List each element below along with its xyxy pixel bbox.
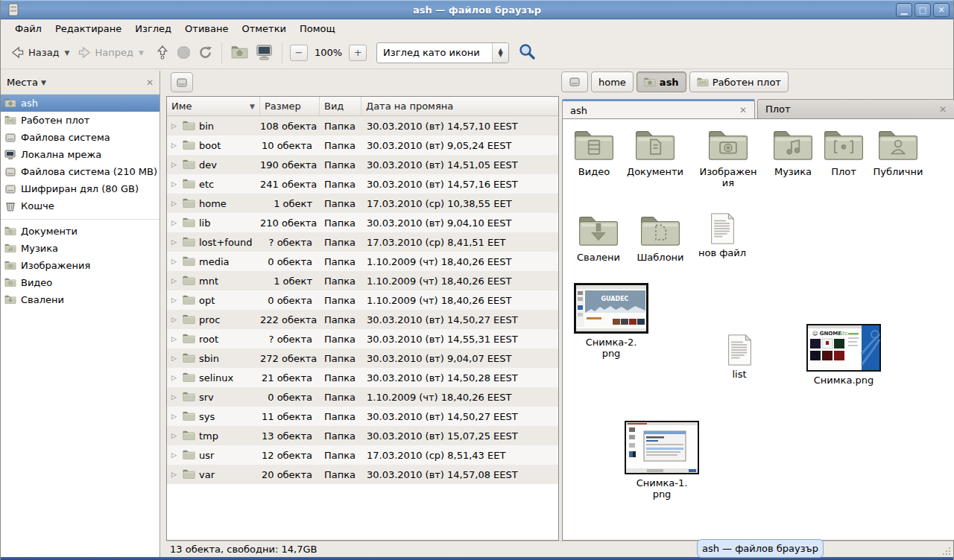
tab-плот[interactable]: Плот✕ xyxy=(757,99,954,119)
path-button-root[interactable] xyxy=(561,71,588,92)
sidebar-item--[interactable]: Музика xyxy=(1,240,159,257)
file-item-документи[interactable]: Документи xyxy=(621,129,689,177)
menu-view[interactable]: Изглед xyxy=(128,22,178,36)
sidebar-item--[interactable]: Работен плот xyxy=(1,112,159,129)
file-item-шаблони[interactable]: Шаблони xyxy=(626,214,695,263)
zoom-in-button[interactable]: + xyxy=(349,45,367,61)
sidebar-title[interactable]: Места xyxy=(7,77,38,88)
file-item-видео[interactable]: Видео xyxy=(562,129,628,177)
menu-help[interactable]: Помощ xyxy=(293,22,342,36)
menu-go[interactable]: Отиване xyxy=(178,22,235,36)
tree-row-usr[interactable]: ▷usr12 обектаПапка17.03.2010 (ср) 8,51,4… xyxy=(167,445,558,465)
expander-icon[interactable]: ▷ xyxy=(171,335,179,343)
forward-button[interactable]: Напред ▼ xyxy=(74,43,148,62)
computer-button[interactable] xyxy=(252,42,277,63)
titlebar[interactable]: ash — файлов браузър ▁ □ ✕ xyxy=(1,0,953,19)
expander-icon[interactable]: ▷ xyxy=(171,277,179,284)
expander-icon[interactable]: ▷ xyxy=(171,393,179,401)
tab-ash[interactable]: ash✕ xyxy=(562,99,755,119)
tree-row-root[interactable]: ▷root? обектаПапка30.03.2010 (вт) 14,55,… xyxy=(167,329,558,349)
close-button[interactable]: ✕ xyxy=(933,3,950,17)
up-button[interactable] xyxy=(152,42,173,63)
expander-icon[interactable]: ▷ xyxy=(171,374,179,381)
tab-close-icon[interactable]: ✕ xyxy=(939,104,947,115)
minimize-button[interactable]: ▁ xyxy=(896,3,912,17)
tree-row-mnt[interactable]: ▷mnt1 обектПапка1.10.2009 (чт) 18,40,26 … xyxy=(167,271,558,290)
path-button-работен-плот[interactable]: Работен плот xyxy=(689,71,789,92)
file-item-снимка-1.png[interactable]: Снимка-1.png xyxy=(621,421,703,500)
expander-icon[interactable]: ▷ xyxy=(171,354,179,362)
sidebar-item--210-mb-[interactable]: Файлова система (210 MB) xyxy=(1,163,159,180)
tab-close-icon[interactable]: ✕ xyxy=(739,105,747,115)
sidebar-item--[interactable]: Свалени xyxy=(1,291,159,308)
pane-splitter[interactable] xyxy=(160,71,166,541)
file-item-снимка-2.png[interactable]: GUADECСнимка-2.png xyxy=(570,283,652,359)
sidebar-item-ash[interactable]: ash xyxy=(1,95,159,112)
column-header-size[interactable]: Размер xyxy=(260,97,320,115)
tree-row-etc[interactable]: ▷etc241 обектаПапка30.03.2010 (вт) 14,57… xyxy=(167,174,558,194)
resize-grip[interactable] xyxy=(942,547,951,556)
view-mode-select[interactable]: Изглед като икони ▲▼ xyxy=(376,42,509,63)
file-item-свалени[interactable]: Свалени xyxy=(564,214,633,263)
tree-row-tmp[interactable]: ▷tmp13 обектаПапка30.03.2010 (вт) 15,07,… xyxy=(167,426,558,445)
tree-row-home[interactable]: ▷home1 обектПапка17.03.2010 (ср) 10,38,5… xyxy=(167,194,558,213)
column-header-kind[interactable]: Вид xyxy=(320,97,361,115)
file-item-публични[interactable]: Публични xyxy=(864,129,932,177)
tree-row-opt[interactable]: ▷opt0 обектаПапка1.10.2009 (чт) 18,40,26… xyxy=(167,290,558,310)
filesystem-root-button[interactable] xyxy=(171,72,193,92)
icon-view[interactable]: ВидеоДокументиИзображенияМузикаПлотПубли… xyxy=(562,118,954,541)
tree-row-media[interactable]: ▷media0 обектаПапка1.10.2009 (чт) 18,40,… xyxy=(167,252,558,271)
column-header-name[interactable]: Име▼ xyxy=(167,97,260,115)
sidebar-item--[interactable]: Изображения xyxy=(1,257,159,274)
column-header-date[interactable]: Дата на промяна xyxy=(361,97,558,115)
sidebar-item--[interactable]: Локална мрежа xyxy=(1,146,159,163)
tree-row-lost+found[interactable]: ▷lost+found? обектаПапка17.03.2010 (ср) … xyxy=(167,232,558,252)
stop-button[interactable] xyxy=(173,42,195,63)
tree-row-selinux[interactable]: ▷selinux21 обектаПапка30.03.2010 (вт) 14… xyxy=(167,368,558,387)
sidebar-close-icon[interactable]: ✕ xyxy=(146,77,154,88)
tree-row-dev[interactable]: ▷dev190 обектаПапка30.03.2010 (вт) 14,51… xyxy=(167,155,558,174)
expander-icon[interactable]: ▷ xyxy=(171,219,179,226)
expander-icon[interactable]: ▷ xyxy=(171,200,179,207)
tree-row-boot[interactable]: ▷boot10 обектаПапка30.03.2010 (вт) 9,05,… xyxy=(167,136,558,155)
file-item-снимка.png[interactable]: ☺ GNOMEStoreСнимка.png xyxy=(803,324,885,386)
expander-icon[interactable]: ▷ xyxy=(171,471,179,478)
expander-icon[interactable]: ▷ xyxy=(171,238,179,246)
expander-icon[interactable]: ▷ xyxy=(171,432,179,439)
zoom-out-button[interactable]: − xyxy=(290,45,308,61)
sidebar-item--[interactable]: Кошче xyxy=(1,197,159,214)
expander-icon[interactable]: ▷ xyxy=(171,258,179,265)
expander-icon[interactable]: ▷ xyxy=(171,451,179,459)
menu-edit[interactable]: Редактиране xyxy=(48,22,128,36)
tree-row-sbin[interactable]: ▷sbin272 обектаПапка30.03.2010 (вт) 9,04… xyxy=(167,349,558,368)
sidebar-mode-dropdown-icon[interactable]: ▼ xyxy=(41,79,46,86)
expander-icon[interactable]: ▷ xyxy=(171,316,179,323)
tree-row-bin[interactable]: ▷bin108 обектаПапка30.03.2010 (вт) 14,57… xyxy=(167,116,558,136)
file-item-изображения[interactable]: Изображения xyxy=(694,129,762,188)
reload-button[interactable] xyxy=(195,42,216,63)
tree-row-lib[interactable]: ▷lib210 обектаПапка30.03.2010 (вт) 9,04,… xyxy=(167,213,558,232)
sidebar-item--80-gb-[interactable]: Шифриран дял (80 GB) xyxy=(1,180,159,197)
taskbar-window-button[interactable]: ash — файлов браузър xyxy=(697,539,824,558)
file-item-нов-файл[interactable]: нов файл xyxy=(688,213,756,258)
file-item-list[interactable]: list xyxy=(705,334,774,380)
path-button-ash[interactable]: ash xyxy=(636,71,686,92)
expander-icon[interactable]: ▷ xyxy=(171,122,179,130)
forward-dropdown-icon[interactable]: ▼ xyxy=(139,49,144,57)
expander-icon[interactable]: ▷ xyxy=(171,161,179,168)
home-button[interactable] xyxy=(227,42,252,63)
expander-icon[interactable]: ▷ xyxy=(171,180,179,188)
back-dropdown-icon[interactable]: ▼ xyxy=(65,49,70,57)
maximize-button[interactable]: □ xyxy=(914,3,931,17)
tree-row-sys[interactable]: ▷sys11 обектаПапка30.03.2010 (вт) 14,50,… xyxy=(167,407,558,426)
tree-row-proc[interactable]: ▷proc222 обектаПапка30.03.2010 (вт) 14,5… xyxy=(167,310,558,329)
expander-icon[interactable]: ▷ xyxy=(171,413,179,420)
tree-row-var[interactable]: ▷var20 обектаПапка30.03.2010 (вт) 14,57,… xyxy=(167,465,558,484)
back-button[interactable]: Назад ▼ xyxy=(7,43,74,62)
menu-file[interactable]: Файл xyxy=(8,22,48,36)
menu-bookmarks[interactable]: Отметки xyxy=(235,22,292,36)
path-button-home[interactable]: home xyxy=(591,71,634,92)
sidebar-item--[interactable]: Файлова система xyxy=(1,129,159,146)
tree-row-srv[interactable]: ▷srv0 обектаПапка1.10.2009 (чт) 18,40,26… xyxy=(167,387,558,407)
search-button[interactable] xyxy=(518,42,536,63)
